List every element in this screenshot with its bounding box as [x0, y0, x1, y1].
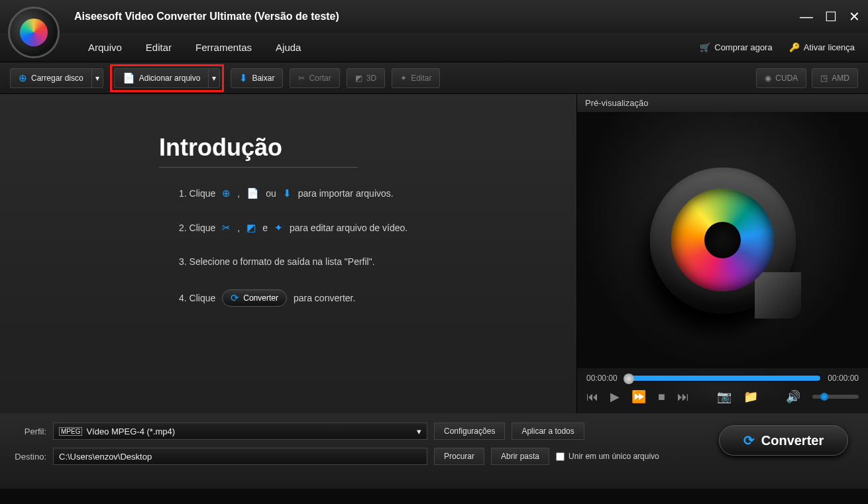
intro-step-3: 3. Selecione o formato de saída na lista…	[179, 256, 576, 267]
load-disc-group: ⊕ Carregar disco ▾	[10, 68, 103, 88]
scissors-small-icon: ✂	[222, 222, 231, 234]
cut-label: Cortar	[309, 74, 331, 83]
load-disc-dropdown[interactable]: ▾	[91, 68, 103, 88]
destination-path[interactable]: C:\Users\enzov\Desktop	[53, 448, 427, 465]
step4-prefix: 4. Clique	[179, 293, 215, 303]
intro-step-2: 2. Clique ✂, ◩ e ✦ para editar arquivo d…	[179, 222, 576, 234]
activate-label: Ativar licença	[804, 42, 855, 52]
edit-button[interactable]: ✦ Editar	[392, 68, 440, 88]
cut-button[interactable]: ✂ Cortar	[290, 68, 339, 88]
menu-bar: Arquivo Editar Ferramentas Ajuda 🛒 Compr…	[0, 33, 868, 62]
convert-label: Converter	[761, 433, 824, 448]
intro-step-4: 4. Clique ⟳ Converter para converter.	[179, 289, 576, 307]
download-small-icon: ⬇	[283, 187, 292, 199]
minimize-button[interactable]: —	[800, 10, 813, 23]
3d-button[interactable]: ◩ 3D	[347, 68, 385, 88]
disc-icon: ⊕	[19, 72, 27, 84]
cuda-badge[interactable]: ◉ CUDA	[756, 68, 806, 88]
download-button[interactable]: ⬇ Baixar	[231, 68, 283, 88]
mini-convert-label: Converter	[243, 293, 278, 303]
time-total: 00:00:00	[828, 374, 859, 383]
buy-now-label: Comprar agora	[714, 42, 772, 52]
mini-convert-chip: ⟳ Converter	[222, 289, 287, 307]
maximize-button[interactable]: ☐	[825, 10, 837, 23]
amd-label: AMD	[832, 74, 849, 83]
sync-icon: ⟳	[743, 432, 755, 448]
intro-step-1: 1. Clique ⊕, 📄 ou ⬇ para importar arquiv…	[179, 187, 576, 199]
amd-badge[interactable]: ◳ AMD	[812, 68, 858, 88]
intro-heading: Introdução	[159, 134, 576, 162]
volume-slider[interactable]	[812, 395, 859, 399]
merge-checkbox[interactable]: Unir em um único arquivo	[556, 452, 659, 461]
destination-label: Destino:	[12, 452, 46, 462]
buy-now-link[interactable]: 🛒 Comprar agora	[700, 42, 772, 52]
step2-suffix: para editar arquivo de vídeo.	[290, 223, 407, 233]
window-controls: — ☐ ✕	[800, 10, 860, 23]
open-folder-bottom-button[interactable]: Abrir pasta	[491, 448, 549, 465]
play-button[interactable]: ▶	[610, 389, 620, 404]
destination-value: C:\Users\enzov\Desktop	[59, 452, 152, 462]
time-current: 00:00:00	[586, 374, 618, 383]
menu-editar[interactable]: Editar	[134, 38, 184, 57]
preview-pane: Pré-visualização 00:00:00 00:00:00 ⏮ ▶ ⏩…	[576, 94, 868, 413]
toolbar: ⊕ Carregar disco ▾ 📄 Adicionar arquivo ▾…	[0, 62, 868, 94]
app-logo	[8, 7, 60, 58]
step1-prefix: 1. Clique	[179, 188, 215, 199]
edit-label: Editar	[411, 74, 431, 83]
add-file-group: 📄 Adicionar arquivo ▾	[114, 68, 221, 88]
amd-icon: ◳	[820, 74, 828, 83]
cart-icon: 🛒	[700, 42, 710, 52]
profile-label: Perfil:	[12, 427, 46, 436]
download-icon: ⬇	[239, 72, 248, 84]
app-title: Aiseesoft Video Converter Ultimate (Vers…	[74, 11, 339, 23]
step4-suffix: para converter.	[294, 293, 355, 303]
scissors-icon: ✂	[298, 74, 305, 83]
lens-reflection	[650, 368, 796, 408]
convert-button[interactable]: ⟳ Converter	[719, 425, 848, 456]
file-add-icon: 📄	[123, 72, 135, 84]
file-plus-icon: 📄	[246, 187, 259, 199]
add-file-label: Adicionar arquivo	[139, 74, 201, 83]
refresh-icon: ⟳	[231, 292, 239, 304]
merge-label: Unir em um único arquivo	[569, 452, 659, 461]
intro-pane: Introdução 1. Clique ⊕, 📄 ou ⬇ para impo…	[0, 94, 576, 413]
chevron-down-icon: ▾	[417, 427, 421, 436]
nvidia-icon: ◉	[765, 74, 771, 83]
add-file-dropdown[interactable]: ▾	[208, 68, 220, 88]
load-disc-button[interactable]: ⊕ Carregar disco	[10, 68, 91, 88]
lens-center	[704, 222, 741, 258]
settings-button[interactable]: Configurações	[434, 423, 505, 440]
profile-select[interactable]: MPEG Vídeo MPEG-4 (*.mp4) ▾	[53, 423, 427, 440]
menu-arquivo[interactable]: Arquivo	[76, 38, 134, 57]
menu-ajuda[interactable]: Ajuda	[264, 38, 313, 57]
step1-suffix: para importar arquivos.	[298, 188, 394, 199]
browse-button[interactable]: Procurar	[434, 448, 484, 465]
profile-value: Vídeo MPEG-4 (*.mp4)	[86, 427, 175, 436]
wand-icon: ✦	[400, 74, 407, 83]
fast-forward-button[interactable]: ⏩	[631, 389, 646, 404]
wand-small-icon: ✦	[274, 222, 283, 234]
prev-button[interactable]: ⏮	[586, 390, 598, 404]
add-file-button[interactable]: 📄 Adicionar arquivo	[114, 68, 209, 88]
lens-tab	[755, 272, 801, 319]
load-disc-label: Carregar disco	[31, 74, 83, 83]
activate-license-link[interactable]: 🔑 Ativar licença	[789, 42, 855, 52]
cuda-label: CUDA	[775, 74, 798, 83]
preview-canvas	[577, 112, 868, 368]
mpeg-icon: MPEG	[59, 427, 82, 436]
gpu-badges: ◉ CUDA ◳ AMD	[756, 68, 858, 88]
merge-checkbox-input[interactable]	[556, 452, 565, 461]
apply-all-button[interactable]: Aplicar a todos	[512, 423, 584, 440]
bottom-wrapper: Perfil: MPEG Vídeo MPEG-4 (*.mp4) ▾ Conf…	[0, 413, 868, 489]
text-comma2: ,	[237, 223, 240, 233]
step2-prefix: 2. Clique	[179, 223, 215, 233]
menu-ferramentas[interactable]: Ferramentas	[184, 38, 264, 57]
seek-bar[interactable]	[624, 375, 822, 381]
close-button[interactable]: ✕	[849, 10, 860, 23]
lens-iris	[671, 189, 774, 291]
intro-divider	[159, 167, 358, 168]
preview-lens-icon	[650, 168, 796, 313]
title-bar: Aiseesoft Video Converter Ultimate (Vers…	[0, 0, 868, 33]
step2-e: e	[262, 223, 268, 233]
3d-small-icon: ◩	[246, 222, 256, 234]
